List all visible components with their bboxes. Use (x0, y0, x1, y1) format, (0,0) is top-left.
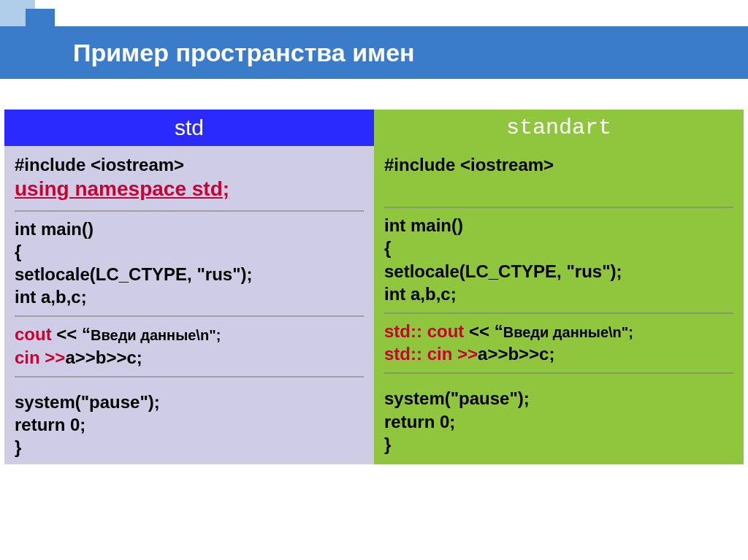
code-text: >> (40, 348, 66, 367)
code-line-cin: std:: cin >>a>>b>>c; (384, 342, 733, 365)
code-line: system("pause"); (384, 387, 733, 410)
section-divider (384, 207, 733, 208)
section-divider (384, 312, 733, 314)
code-line: #include <iostream> (15, 153, 364, 176)
code-line: int main() (15, 218, 364, 240)
code-line-cout: std:: cout << “Введи данные\n"; (384, 320, 733, 342)
code-text: << “ (464, 321, 503, 341)
code-line: #include <iostream> (384, 153, 733, 176)
code-text: Введи данные\n"; (503, 324, 633, 340)
code-text: a>>b>>c; (65, 348, 142, 367)
code-text: a>>b>>c; (478, 344, 554, 364)
code-line-cin: cin >>a>>b>>c; (15, 346, 364, 369)
code-cell-standart: #include <iostream> int main() { setloca… (374, 146, 744, 464)
code-line: int a,b,c; (15, 285, 364, 308)
section-divider (384, 372, 733, 374)
code-line: setlocale(LC_CTYPE, "rus"); (15, 263, 364, 285)
code-line: } (15, 436, 364, 459)
code-cell-std: #include <iostream> using namespace std;… (4, 146, 374, 464)
code-line-using-namespace: using namespace std; (15, 176, 364, 202)
code-line: { (384, 237, 733, 259)
code-line: { (15, 240, 364, 263)
code-line: int a,b,c; (384, 283, 733, 305)
code-line: int main() (384, 214, 733, 237)
column-header-std: std (4, 110, 374, 146)
title-bar: Пример пространства имен (0, 26, 748, 79)
content-area: std standart #include <iostream> using n… (0, 88, 748, 464)
code-line: return 0; (384, 410, 733, 433)
std-cout-keyword: std:: cout (384, 321, 464, 341)
code-text: >> (452, 344, 478, 364)
code-line: return 0; (15, 413, 364, 436)
code-line: } (384, 433, 733, 456)
std-cin-keyword: std:: cin (384, 344, 452, 364)
section-divider (15, 210, 364, 212)
column-header-standart: standart (374, 110, 744, 146)
cout-keyword: cout (15, 324, 52, 344)
section-divider (15, 315, 364, 317)
section-divider (15, 376, 364, 377)
slide-title: Пример пространства имен (73, 39, 415, 67)
code-line-cout: cout << “Введи данные\n"; (15, 323, 364, 345)
code-line: system("pause"); (15, 391, 364, 413)
cin-keyword: cin (15, 348, 40, 367)
code-text: Введи данные\n"; (91, 327, 221, 343)
slide-header: Пример пространства имен (0, 0, 748, 88)
code-line: setlocale(LC_CTYPE, "rus"); (384, 260, 733, 283)
code-text: << “ (52, 324, 91, 344)
comparison-table: std standart #include <iostream> using n… (4, 110, 744, 464)
